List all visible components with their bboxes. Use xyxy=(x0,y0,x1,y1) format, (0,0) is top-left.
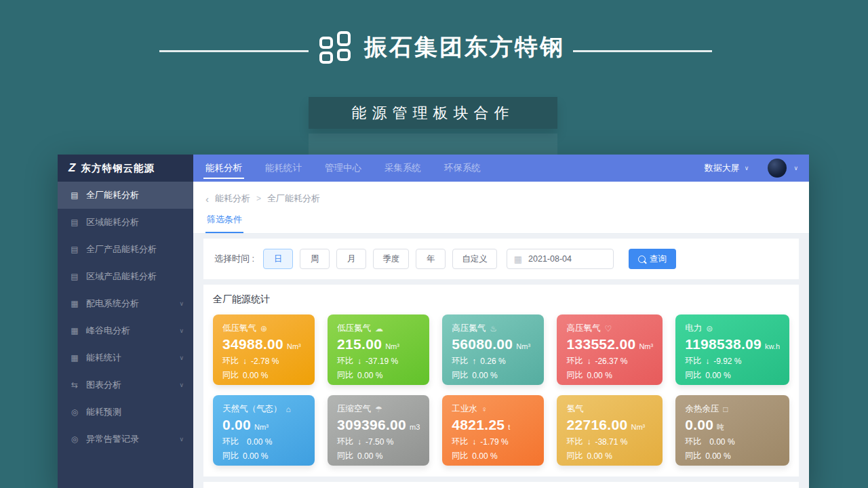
stat-value: 0.00 xyxy=(222,417,251,432)
title-rule-right xyxy=(573,50,712,52)
sidebar-item-energy-statistics[interactable]: ▦ 能耗统计 ∨ xyxy=(58,344,193,371)
sidebar-item-power-distribution[interactable]: ▦ 配电系统分析 ∨ xyxy=(58,290,193,317)
dashboard-window: Z 东方特钢云能源 ▤ 全厂能耗分析 ▤ 区域能耗分析 ▤ 全厂产品能耗分析 ▤… xyxy=(58,155,809,488)
home-icon: ⌂ xyxy=(286,405,291,414)
arrow-down-icon: ↓ xyxy=(587,357,591,366)
sidebar-item-label: 异常告警记录 xyxy=(86,433,139,445)
content-area: ‹ 能耗分析 > 全厂能耗分析 筛选条件 选择时间 : 日 周 月 季度 年 自… xyxy=(193,182,809,488)
list-icon: ▦ xyxy=(70,299,79,308)
chevron-down-icon: ∨ xyxy=(179,354,184,361)
top-navbar: 能耗分析 能耗统计 管理中心 采集系统 环保系统 数据大屏 ∨ ∨ xyxy=(193,155,809,182)
sidebar-item-energy-forecast[interactable]: ◎ 能耗预测 xyxy=(58,399,193,426)
sidebar-item-region-energy-analysis[interactable]: ▤ 区域能耗分析 xyxy=(58,209,193,236)
stat-unit: kw.h xyxy=(765,342,780,350)
stat-value: 1198538.09 xyxy=(685,336,762,352)
stat-card-low-pressure-oxygen: 低压氧气⊕ 34988.00Nm³ 环比↓-2.78 % 同比0.00 % xyxy=(213,314,315,385)
title-rule-left xyxy=(159,50,309,52)
list-icon: ▦ xyxy=(70,353,79,363)
sidebar-menu: ▤ 全厂能耗分析 ▤ 区域能耗分析 ▤ 全厂产品能耗分析 ▤ 区域产品能耗分析 … xyxy=(58,182,193,488)
search-icon: ◎ xyxy=(70,434,79,444)
monitor-icon: ▤ xyxy=(70,272,79,281)
stat-unit: m3 xyxy=(410,423,420,431)
tab-management-center[interactable]: 管理中心 xyxy=(325,155,361,182)
app-logo: Z 东方特钢云能源 xyxy=(58,155,193,182)
time-option-custom[interactable]: 自定义 xyxy=(452,249,497,269)
arrow-down-icon: ↓ xyxy=(472,437,476,447)
droplet-icon: ☂ xyxy=(375,405,382,414)
breadcrumb: ‹ 能耗分析 > 全厂能耗分析 xyxy=(205,192,797,205)
sidebar-item-label: 配电系统分析 xyxy=(86,298,139,310)
breadcrumb-current: 全厂能耗分析 xyxy=(267,192,320,205)
chevron-down-icon: ∨ xyxy=(179,327,184,334)
app-logo-text: 东方特钢云能源 xyxy=(81,162,155,175)
sidebar-item-chart-analysis[interactable]: ⇆ 图表分析 ∨ xyxy=(58,371,193,399)
stat-card-waste-heat-pressure: 余热余压□ 0.00吨 环比0.00 % 同比0.00 % xyxy=(675,395,789,466)
time-option-quarter[interactable]: 季度 xyxy=(373,249,409,269)
stat-value: 309396.00 xyxy=(337,417,406,432)
date-picker[interactable]: ▦ xyxy=(507,249,614,269)
stat-card-high-pressure-oxygen: 高压氧气♡ 133552.00Nm³ 环比↓-26.37 % 同比0.00 % xyxy=(557,314,663,385)
arrow-down-icon: ↓ xyxy=(357,357,361,366)
stat-unit: Nm³ xyxy=(516,342,530,350)
user-avatar[interactable] xyxy=(768,159,787,178)
sidebar: Z 东方特钢云能源 ▤ 全厂能耗分析 ▤ 区域能耗分析 ▤ 全厂产品能耗分析 ▤… xyxy=(58,155,193,488)
top-nav-tabs: 能耗分析 能耗统计 管理中心 采集系统 环保系统 xyxy=(205,155,481,182)
list-icon: ▦ xyxy=(70,326,79,336)
tab-collection-system[interactable]: 采集系统 xyxy=(384,155,421,182)
breadcrumb-separator: > xyxy=(256,194,261,203)
tab-filter-conditions[interactable]: 筛选条件 xyxy=(205,214,243,233)
tab-environment-system[interactable]: 环保系统 xyxy=(444,155,481,182)
sidebar-item-region-product-energy[interactable]: ▤ 区域产品能耗分析 xyxy=(58,263,193,290)
arrow-up-icon: ↑ xyxy=(472,357,476,366)
stat-unit: t xyxy=(508,423,510,431)
stat-value: 56080.00 xyxy=(452,336,513,352)
time-option-month[interactable]: 月 xyxy=(336,249,366,269)
data-screen-button[interactable]: 数据大屏 ∨ xyxy=(705,162,749,174)
search-icon: ◎ xyxy=(70,407,79,417)
stat-value: 4821.25 xyxy=(452,417,505,432)
oxygen-icon: ♡ xyxy=(604,324,612,333)
sidebar-item-alarm-records[interactable]: ◎ 异常告警记录 ∨ xyxy=(58,426,193,453)
stat-card-compressed-air: 压缩空气☂ 309396.00m3 环比↓-7.50 % 同比0.00 % xyxy=(328,395,429,466)
stat-value: 34988.00 xyxy=(222,336,283,352)
stat-card-natural-gas: 天然气（气态）⌂ 0.00Nm³ 环比0.00 % 同比0.00 % xyxy=(213,395,315,466)
time-option-day[interactable]: 日 xyxy=(263,249,293,269)
calendar-icon: ▦ xyxy=(514,255,522,264)
oxygen-icon: ⊕ xyxy=(260,324,267,333)
stat-card-low-pressure-nitrogen: 低压氮气☁ 215.00Nm³ 环比↓-37.19 % 同比0.00 % xyxy=(328,314,429,385)
sidebar-item-label: 区域产品能耗分析 xyxy=(86,270,157,283)
sidebar-item-label: 图表分析 xyxy=(86,379,121,391)
arrow-down-icon: ↓ xyxy=(705,357,709,366)
stat-unit: Nm³ xyxy=(287,342,301,350)
time-option-week[interactable]: 周 xyxy=(300,249,330,269)
stat-card-high-pressure-nitrogen: 高压氮气♨ 56080.00Nm³ 环比↑0.26 % 同比0.00 % xyxy=(442,314,544,385)
back-arrow-icon[interactable]: ‹ xyxy=(205,194,209,204)
electric-icon: ⊜ xyxy=(706,324,713,333)
chevron-down-icon: ∨ xyxy=(179,436,184,443)
tab-energy-statistics[interactable]: 能耗统计 xyxy=(265,155,302,182)
slide-title: 振石集团东方特钢 xyxy=(364,32,565,63)
sidebar-item-peak-valley-power[interactable]: ▦ 峰谷电分析 ∨ xyxy=(58,317,193,344)
tab-energy-analysis[interactable]: 能耗分析 xyxy=(205,155,242,182)
sidebar-item-plant-energy-analysis[interactable]: ▤ 全厂能耗分析 xyxy=(58,182,193,209)
chevron-down-icon[interactable]: ∨ xyxy=(793,165,798,171)
breadcrumb-parent[interactable]: 能耗分析 xyxy=(215,192,250,205)
z-logo-icon: Z xyxy=(68,161,75,175)
monitor-icon: ▤ xyxy=(70,245,79,254)
chevron-down-icon: ∨ xyxy=(179,382,184,388)
plant-energy-stats-panel: 全厂能源统计 低压氧气⊕ 34988.00Nm³ 环比↓-2.78 % 同比0.… xyxy=(203,285,799,476)
sidebar-item-plant-product-energy[interactable]: ▤ 全厂产品能耗分析 xyxy=(58,236,193,263)
date-input[interactable] xyxy=(527,253,606,264)
stat-value: 22716.00 xyxy=(566,417,627,432)
chevron-down-icon: ∨ xyxy=(745,165,749,171)
cloud-icon: ☁ xyxy=(375,324,383,333)
stats-section-title: 全厂能源统计 xyxy=(213,293,789,306)
query-button[interactable]: 查询 xyxy=(629,249,676,269)
time-select-label: 选择时间 : xyxy=(214,253,254,265)
stat-value: 0.00 xyxy=(685,417,713,432)
stat-card-electricity: 电力⊜ 1198538.09kw.h 环比↓-9.92 % 同比0.00 % xyxy=(675,314,789,385)
time-option-year[interactable]: 年 xyxy=(416,249,446,269)
slide-brand: 振石集团东方特钢 xyxy=(319,30,565,65)
stat-value: 215.00 xyxy=(337,336,382,352)
stat-card-industrial-water: 工业水♀ 4821.25t 环比↓-1.79 % 同比0.00 % xyxy=(442,395,544,466)
